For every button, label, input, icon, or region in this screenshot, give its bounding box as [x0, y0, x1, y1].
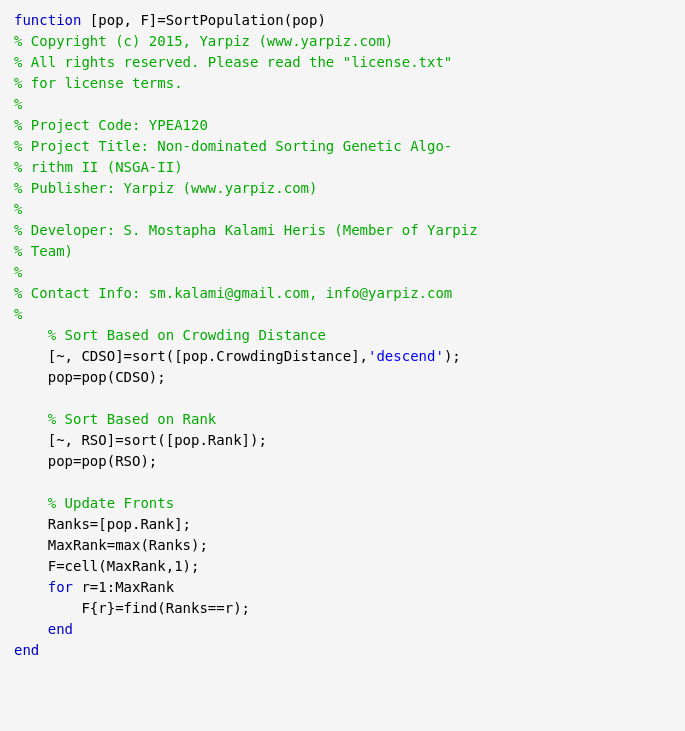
comment-sort-crowding: % Sort Based on Crowding Distance: [48, 327, 326, 343]
comment-copyright: % Copyright (c) 2015, Yarpiz (www.yarpiz…: [14, 33, 393, 49]
comment-project-title1: % Project Title: Non-dominated Sorting G…: [14, 138, 452, 154]
keyword-function: function: [14, 12, 90, 28]
comment-project-code: % Project Code: YPEA120: [14, 117, 208, 133]
comment-rights: % All rights reserved. Please read the "…: [14, 54, 452, 70]
comment-contact: % Contact Info: sm.kalami@gmail.com, inf…: [14, 285, 452, 301]
comment-blank1: %: [14, 96, 22, 112]
comment-sort-rank: % Sort Based on Rank: [48, 411, 217, 427]
comment-update-fronts: % Update Fronts: [48, 495, 174, 511]
function-signature: [pop, F]=SortPopulation(pop): [90, 12, 326, 28]
code-find: F{r}=find(Ranks==r);: [81, 600, 250, 616]
code-for-range: r=1:MaxRank: [73, 579, 174, 595]
keyword-for: for: [48, 579, 73, 595]
keyword-end-for: end: [48, 621, 73, 637]
code-pop-cdso: pop=pop(CDSO);: [48, 369, 166, 385]
comment-publisher: % Publisher: Yarpiz (www.yarpiz.com): [14, 180, 317, 196]
code-ranks: Ranks=[pop.Rank];: [48, 516, 191, 532]
keyword-end-function: end: [14, 642, 39, 658]
comment-blank2: %: [14, 201, 22, 217]
comment-project-title2: % rithm II (NSGA-II): [14, 159, 183, 175]
comment-developer2: % Team): [14, 243, 73, 259]
code-fcell: F=cell(MaxRank,1);: [48, 558, 200, 574]
code-maxrank: MaxRank=max(Ranks);: [48, 537, 208, 553]
string-descend: 'descend': [368, 348, 444, 364]
comment-for: % for license terms.: [14, 75, 183, 91]
comment-blank4: %: [14, 306, 22, 322]
code-pop-rso: pop=pop(RSO);: [48, 453, 158, 469]
comment-developer1: % Developer: S. Mostapha Kalami Heris (M…: [14, 222, 478, 238]
code-block: function [pop, F]=SortPopulation(pop) % …: [14, 10, 671, 661]
code-sort-crowding: [~, CDSO]=sort([pop.CrowdingDistance],'d…: [48, 348, 461, 364]
code-sort-rank: [~, RSO]=sort([pop.Rank]);: [48, 432, 267, 448]
code-editor: function [pop, F]=SortPopulation(pop) % …: [0, 0, 685, 731]
comment-blank3: %: [14, 264, 22, 280]
line-1: function [pop, F]=SortPopulation(pop) % …: [14, 12, 478, 658]
